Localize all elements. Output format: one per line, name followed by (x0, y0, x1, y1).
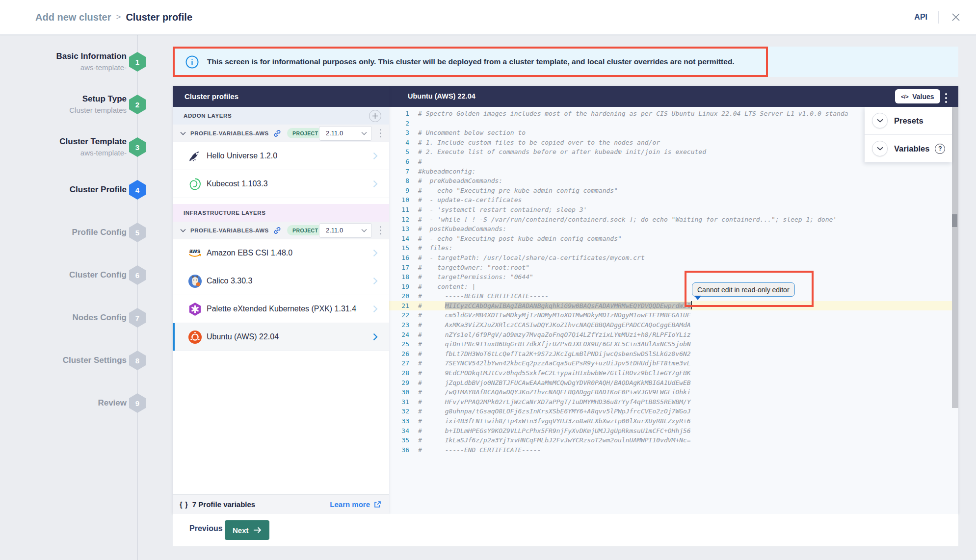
chevron-down-icon[interactable] (180, 229, 186, 232)
line-text: # - 'while [ ! -S /var/run/containerd/co… (418, 216, 837, 223)
side-panel-item-variables[interactable]: Variables? (865, 135, 952, 162)
section-label: ADDON LAYERS (184, 113, 232, 119)
breadcrumb-separator: > (116, 12, 121, 22)
line-text: # content: | (418, 283, 475, 290)
code-line-35: 35# IkLaSJf6z/p2a3YjTxvHNCqFMLbJ2FvJwYCR… (389, 435, 958, 445)
code-line-20: 20# -----BEGIN CERTIFICATE----- (389, 291, 958, 301)
step-badge-2[interactable]: 2 (129, 95, 146, 114)
step-badge-6[interactable]: 6 (129, 265, 146, 285)
layer-row-palette-extended-kubernetes-pxk-1-31-4[interactable]: Palette eXtended Kubernetes (PXK) 1.31.4 (173, 295, 389, 323)
line-number: 27 (389, 358, 409, 368)
braces-icon: { } (180, 501, 188, 509)
values-button-label: Values (912, 93, 934, 101)
code-line-22: 22# cm5ldGVzMB4XDTIwMDkyMjIzNDMyM1oXDTMw… (389, 310, 958, 320)
kebab-menu-icon[interactable] (378, 224, 384, 237)
line-text: # 9EdCPODkqtMJtCvz0hqd5SxkfeC2L+ypaiHIxb… (418, 369, 691, 377)
add-layer-button[interactable] (369, 110, 381, 122)
profile-group-row[interactable]: PROFILE-VARIABLES-AWSPROJECT2.11.0 (173, 125, 389, 142)
next-button[interactable]: Next (225, 520, 269, 540)
line-text: # preKubeadmCommands: (418, 177, 502, 184)
step-title: Setup Type (69, 93, 127, 105)
layer-row-kubecost-1-103-3[interactable]: Kubecost 1.103.3 (173, 170, 389, 198)
code-line-30: 30# /wQIMAYBAf8CAQAwDQYJKoZIhvcNAQELBQAD… (389, 387, 958, 397)
step-badge-8[interactable]: 8 (129, 351, 146, 370)
yaml-editor: Ubuntu (AWS) 22.04 </> Values 1# Spectro… (389, 86, 958, 514)
step-title: Nodes Config (73, 312, 127, 324)
kebab-menu-icon[interactable] (378, 127, 384, 140)
line-text: # b+IDLmHPEGsY9KOZ9VLLPcPhx5FR9njFyXvDKm… (418, 427, 691, 434)
line-number: 30 (389, 387, 409, 397)
previous-button[interactable]: Previous (189, 524, 223, 533)
code-line-12: 12# - 'while [ ! -S /var/run/containerd/… (389, 215, 958, 225)
line-text: # ixi4B3fFNI+wih8/+p4xW+n3fvgqVYHJ3zo8aR… (418, 417, 691, 425)
step-subtitle: aws-template- (56, 62, 127, 73)
line-text: # IkLaSJf6z/p2a3YjTxvHNCqFMLbJ2FvJwYCRzs… (418, 436, 691, 444)
pxk-icon (187, 302, 202, 316)
code-line-25: 25# qiDn+P8c9I1uxB6UqGrBt7dkXfjrUZPs0JXE… (389, 339, 958, 349)
line-text: # Spectro Golden images includes most of… (418, 110, 848, 117)
code-area[interactable]: 1# Spectro Golden images includes most o… (389, 107, 958, 514)
line-number: 15 (389, 243, 409, 253)
chevron-right-icon (373, 333, 378, 341)
side-panel-label: Variables (894, 144, 929, 153)
line-text: # fbLt7DH3WoT6tLcQefTta2K+9S7zJKcIgLmBlP… (418, 350, 691, 357)
line-text: # -----END CERTIFICATE----- (418, 446, 541, 454)
help-icon[interactable]: ? (935, 144, 945, 154)
line-text: # files: (418, 244, 452, 252)
step-badge-1[interactable]: 1 (129, 52, 146, 72)
values-button[interactable]: </> Values (895, 89, 940, 103)
add-cluster-wizard: Add new cluster > Cluster profile API Ba… (0, 0, 976, 560)
side-panel-item-presets[interactable]: Presets (865, 107, 952, 135)
line-text: # - 'systemctl restart containerd; sleep… (418, 206, 587, 213)
layer-label: Kubecost 1.103.3 (207, 179, 268, 188)
step-badge-7[interactable]: 7 (129, 308, 146, 328)
cluster-profiles-panel: Cluster profiles ADDON LAYERSPROFILE-VAR… (173, 86, 389, 514)
line-text: # -----BEGIN CERTIFICATE----- (418, 292, 549, 300)
project-badge: PROJECT (287, 128, 323, 138)
line-number: 24 (389, 330, 409, 340)
step-badge-4[interactable]: 4 (129, 180, 146, 200)
api-button[interactable]: API (914, 13, 927, 22)
code-line-14: 14# - echo "Executing post kube admin co… (389, 234, 958, 244)
line-number: 32 (389, 407, 409, 416)
line-number: 13 (389, 224, 409, 234)
version-select[interactable]: 2.11.0 (319, 223, 372, 238)
line-number: 1 (389, 109, 409, 119)
code-line-34: 34# b+IDLmHPEGsY9KOZ9VLLPcPhx5FR9njFyXvD… (389, 426, 958, 436)
layer-row-calico-3-30-3[interactable]: Calico 3.30.3 (173, 267, 389, 295)
section-label: INFRASTRUCTURE LAYERS (184, 210, 265, 216)
chevron-down-icon[interactable] (180, 131, 186, 135)
chevron-down-icon[interactable] (872, 113, 888, 128)
line-number: 12 (389, 215, 409, 225)
chevron-down-icon[interactable] (872, 141, 888, 156)
close-icon[interactable] (950, 11, 962, 24)
line-number: 16 (389, 253, 409, 263)
layer-row-hello-universe-1-2-0[interactable]: Hello Universe 1.2.0 (173, 142, 389, 170)
step-badge-9[interactable]: 9 (129, 393, 146, 413)
learn-more-link[interactable]: Learn more (330, 500, 381, 509)
step-badge-5[interactable]: 5 (129, 223, 146, 242)
line-text: # jZqpLdbBVjo0NZBTJFUCAwEAAaMmMCQwDgYDVR… (418, 379, 691, 386)
line-number: 28 (389, 368, 409, 378)
layer-label: Amazon EBS CSI 1.48.0 (207, 249, 292, 257)
link-icon (273, 226, 282, 235)
page-title: Cluster profile (126, 12, 192, 23)
breadcrumb-parent[interactable]: Add new cluster (35, 12, 111, 23)
layer-row-ubuntu-aws-22-04[interactable]: Ubuntu (AWS) 22.04 (173, 323, 389, 351)
header-divider (938, 11, 939, 24)
line-text: # (418, 158, 422, 165)
profile-group-row[interactable]: PROFILE-VARIABLES-AWSPROJECT2.11.0 (173, 222, 389, 239)
version-select[interactable]: 2.11.0 (319, 126, 372, 141)
layer-row-amazon-ebs-csi-1-48-0[interactable]: awsAmazon EBS CSI 1.48.0 (173, 239, 389, 267)
code-line-29: 29# jZqpLdbBVjo0NZBTJFUCAwEAAaMmMCQwDgYD… (389, 378, 958, 388)
code-line-19: 19# content: | (389, 282, 958, 292)
arrow-right-icon (253, 527, 262, 534)
step-badge-3[interactable]: 3 (129, 137, 146, 157)
profile-group-name: PROFILE-VARIABLES-AWS (190, 228, 269, 233)
editor-scrollbar-thumb[interactable] (952, 214, 957, 227)
banner-message: This screen is for informational purpose… (207, 57, 735, 66)
editor-kebab-menu-icon[interactable] (943, 91, 949, 105)
profile-variables-count: 7 Profile variables (192, 500, 255, 509)
tooltip-caret (694, 296, 701, 300)
editor-scrollbar[interactable] (952, 107, 958, 408)
